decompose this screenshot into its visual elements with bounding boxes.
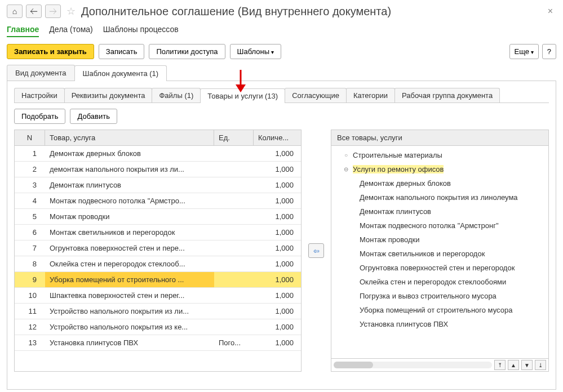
cell-n: 2 [15, 162, 45, 177]
tree-item[interactable]: Установка плинтусов ПВХ [331, 317, 548, 331]
cell-n: 7 [15, 240, 45, 256]
tree-header: Все товары, услуги [331, 130, 548, 146]
cell-qty: 1,000 [254, 209, 301, 224]
back-button[interactable]: 🡠 [26, 5, 42, 18]
cell-qty: 1,000 [254, 177, 301, 193]
th-name[interactable]: Товар, услуга [45, 130, 214, 145]
scroll-down-button[interactable]: ▼ [521, 360, 533, 370]
scroll-up-button[interactable]: ▲ [508, 360, 519, 370]
table-row[interactable]: 6Монтаж светильников и перегородок1,000 [15, 225, 301, 240]
table-row[interactable]: 12Устройство напольного покрытия из ке..… [15, 319, 301, 335]
pick-button[interactable]: Подобрать [14, 109, 65, 124]
cell-n: 5 [15, 209, 45, 224]
th-n[interactable]: N [15, 130, 45, 145]
tree-group-label: Строительные материалы [353, 151, 442, 159]
move-left-button[interactable]: ⇦ [308, 243, 324, 258]
tree-item[interactable]: Демонтаж напольного покрытия из линолеум… [331, 190, 548, 204]
cell-unit [214, 304, 254, 319]
scroll-top-button[interactable]: ⤒ [494, 360, 506, 370]
table-row[interactable]: 5Монтаж проводки1,000 [15, 209, 301, 225]
tree-item-label: Огрунтовка поверхностей стен и перегород… [360, 264, 515, 272]
tree-item[interactable]: Погрузка и вывоз строительного мусора [331, 289, 548, 303]
main-tab-cases[interactable]: Дела (тома) [49, 23, 92, 37]
tree-item[interactable]: Демонтаж плинтусов [331, 204, 548, 219]
tree-item[interactable]: Огрунтовка поверхностей стен и перегород… [331, 261, 548, 275]
th-qty[interactable]: Количе... [254, 130, 301, 145]
goods-table: N Товар, услуга Ед. Количе... 1Демонтаж … [14, 130, 302, 372]
tree-group[interactable]: Строительные материалы [331, 148, 548, 162]
table-row[interactable]: 9Уборка помещений от строительного ...1,… [15, 272, 301, 288]
table-row[interactable]: 1Демонтаж дверных блоков1,000 [15, 146, 301, 162]
favorite-button[interactable]: ☆ [64, 5, 78, 18]
cell-qty: 1,000 [254, 225, 301, 240]
cell-n: 1 [15, 146, 45, 161]
tree-item[interactable]: Монтаж светильников и перегородок [331, 247, 548, 261]
cell-n: 6 [15, 225, 45, 240]
tab-doc-template[interactable]: Шаблон документа (1) [74, 65, 167, 81]
tree-item[interactable]: Монтаж проводки [331, 233, 548, 247]
cell-n: 13 [15, 335, 45, 350]
cell-name: Устройство напольного покрытия из ли... [45, 304, 214, 319]
cell-qty: 1,000 [254, 288, 301, 303]
tree-item[interactable]: Демонтаж дверных блоков [331, 176, 548, 190]
table-row[interactable]: 2демонтаж напольного покрытия из ли...1,… [15, 162, 301, 177]
close-button[interactable]: × [544, 5, 556, 17]
templates-dropdown[interactable]: Шаблоны [230, 44, 281, 59]
expand-icon[interactable] [343, 152, 349, 158]
table-row[interactable]: 4Монтаж подвесного потолка "Армстро...1,… [15, 193, 301, 209]
tree-group-label: Услуги по ремонту офисов [353, 165, 444, 173]
cell-unit [214, 177, 254, 193]
help-button[interactable]: ? [542, 44, 556, 59]
add-button[interactable]: Добавить [70, 109, 117, 124]
access-policies-button[interactable]: Политики доступа [149, 44, 225, 59]
cell-unit [214, 193, 254, 208]
cell-name: Монтаж проводки [45, 209, 214, 224]
window-title: Дополнительное соглашение (Вид внутренне… [81, 5, 541, 18]
scroll-bottom-button[interactable]: ⤓ [535, 360, 546, 370]
th-unit[interactable]: Ед. [214, 130, 254, 145]
save-button[interactable]: Записать [99, 44, 145, 59]
cell-unit [214, 272, 254, 287]
table-row[interactable]: 10Шпактевка поверхностей стен и перег...… [15, 288, 301, 304]
inner-tab-approvers[interactable]: Согласующие [285, 88, 347, 103]
cell-qty: 1,000 [254, 272, 301, 287]
inner-tab-categories[interactable]: Категории [346, 88, 395, 103]
cell-unit [214, 146, 254, 161]
tree-item-label: Демонтаж дверных блоков [360, 179, 451, 188]
inner-tab-goods[interactable]: Товары и услуги (13) [200, 88, 285, 103]
cell-n: 11 [15, 304, 45, 319]
table-row[interactable]: 11Устройство напольного покрытия из ли..… [15, 304, 301, 319]
inner-tab-workgroup[interactable]: Рабочая группа документа [394, 88, 500, 103]
cell-n: 12 [15, 319, 45, 335]
main-tab-templates[interactable]: Шаблоны процессов [103, 23, 179, 37]
forward-button[interactable]: 🡢 [45, 5, 61, 18]
tree-item[interactable]: Монтаж подвесного потолка "Армстронг" [331, 219, 548, 233]
table-row[interactable]: 3Демонтаж плинтусов1,000 [15, 177, 301, 193]
tree-item-label: Установка плинтусов ПВХ [360, 320, 448, 328]
table-row[interactable]: 13Установка плинтусов ПВХПого...1,000 [15, 335, 301, 351]
tab-doc-type[interactable]: Вид документа [7, 65, 75, 81]
tree-item[interactable]: Уборка помещений от строительного мусора [331, 303, 548, 317]
table-row[interactable]: 7Огрунтовка поверхностей стен и пере...1… [15, 240, 301, 256]
more-button[interactable]: Еще [509, 44, 539, 59]
tree-item-label: Монтаж подвесного потолка "Армстронг" [360, 221, 499, 230]
tree-item-label: Демонтаж напольного покрытия из линолеум… [360, 193, 518, 202]
horizontal-scrollbar[interactable] [334, 362, 492, 368]
save-close-button[interactable]: Записать и закрыть [7, 44, 94, 59]
tree-item-label: Оклейка стен и перегородок стеклообоями [360, 278, 506, 286]
cell-n: 8 [15, 256, 45, 271]
tree-item[interactable]: Оклейка стен и перегородок стеклообоями [331, 275, 548, 289]
cell-name: Устройство напольного покрытия из ке... [45, 319, 214, 335]
table-row[interactable]: 8Оклейка стен и перегородок стеклооб...1… [15, 256, 301, 272]
tree-item-label: Погрузка и вывоз строительного мусора [360, 292, 496, 300]
expand-icon[interactable] [343, 166, 349, 172]
cell-name: Демонтаж плинтусов [45, 177, 214, 193]
inner-tab-props[interactable]: Реквизиты документа [64, 88, 153, 103]
inner-tab-settings[interactable]: Настройки [14, 88, 65, 103]
main-tab-main[interactable]: Главное [7, 23, 39, 37]
inner-tab-files[interactable]: Файлы (1) [152, 88, 201, 103]
cell-name: Оклейка стен и перегородок стеклооб... [45, 256, 214, 271]
home-button[interactable]: ⌂ [7, 5, 23, 18]
tree-group[interactable]: Услуги по ремонту офисов [331, 162, 548, 176]
cell-n: 9 [15, 272, 45, 287]
